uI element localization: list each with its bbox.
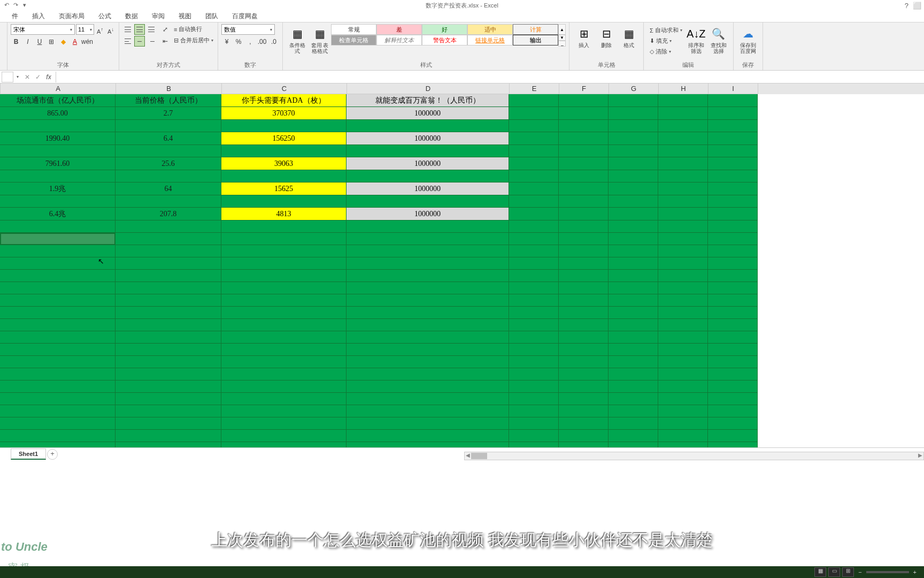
cell[interactable] bbox=[509, 356, 559, 368]
col-header-H[interactable]: H bbox=[659, 83, 709, 94]
cell[interactable] bbox=[346, 294, 509, 307]
cell[interactable] bbox=[509, 245, 559, 257]
cell[interactable] bbox=[559, 430, 609, 442]
align-top-button[interactable] bbox=[122, 24, 133, 35]
phonetic-button[interactable]: wén bbox=[81, 36, 92, 47]
cell[interactable] bbox=[609, 94, 658, 107]
cell[interactable] bbox=[346, 270, 509, 282]
cell[interactable]: 2.7 bbox=[116, 107, 221, 120]
percent-button[interactable]: % bbox=[233, 36, 244, 47]
cell[interactable] bbox=[708, 381, 758, 393]
cell[interactable] bbox=[221, 331, 346, 344]
orientation-button[interactable]: ⤢ bbox=[160, 24, 171, 35]
cell[interactable]: 1000000 bbox=[346, 208, 509, 220]
cell[interactable]: 1990.40 bbox=[0, 132, 116, 145]
cell[interactable] bbox=[221, 430, 346, 442]
horizontal-scrollbar[interactable]: ◀ ▶ bbox=[464, 452, 924, 460]
table-format-button[interactable]: ▦ 套用 表格格式 bbox=[309, 24, 331, 55]
cell[interactable] bbox=[559, 405, 609, 417]
cell[interactable] bbox=[0, 417, 116, 430]
cell[interactable] bbox=[658, 170, 708, 182]
cell[interactable] bbox=[559, 282, 609, 294]
cell[interactable] bbox=[346, 195, 509, 208]
cell[interactable]: 6.4兆 bbox=[0, 208, 116, 220]
cell[interactable] bbox=[559, 270, 609, 282]
cell[interactable] bbox=[509, 233, 559, 245]
cell[interactable] bbox=[708, 145, 758, 157]
cell[interactable] bbox=[658, 331, 708, 344]
cell[interactable] bbox=[609, 282, 658, 294]
cell[interactable] bbox=[609, 107, 658, 120]
cell[interactable] bbox=[509, 170, 559, 182]
cell[interactable] bbox=[658, 245, 708, 257]
cell[interactable] bbox=[658, 356, 708, 368]
cell[interactable] bbox=[346, 393, 509, 405]
cell[interactable] bbox=[708, 430, 758, 442]
cell[interactable] bbox=[708, 356, 758, 368]
cell[interactable] bbox=[658, 208, 708, 220]
cell[interactable] bbox=[559, 381, 609, 393]
cell[interactable] bbox=[346, 405, 509, 417]
cell[interactable] bbox=[559, 331, 609, 344]
cell[interactable] bbox=[116, 368, 221, 381]
cell[interactable] bbox=[221, 417, 346, 430]
cell[interactable] bbox=[221, 393, 346, 405]
cell[interactable] bbox=[708, 294, 758, 307]
format-cells-button[interactable]: ▦ 格式 bbox=[618, 24, 640, 49]
cell[interactable] bbox=[221, 233, 346, 245]
cell[interactable] bbox=[708, 331, 758, 344]
name-box[interactable] bbox=[2, 72, 13, 82]
cell[interactable] bbox=[559, 257, 609, 270]
cell[interactable] bbox=[346, 331, 509, 344]
cell[interactable] bbox=[658, 307, 708, 319]
cell[interactable]: 1000000 bbox=[346, 182, 509, 195]
tab-insert[interactable]: 插入 bbox=[26, 11, 51, 22]
cell[interactable] bbox=[116, 430, 221, 442]
style-up-button[interactable]: ▲ bbox=[558, 24, 566, 35]
cell[interactable] bbox=[0, 170, 116, 182]
style-calc[interactable]: 计算 bbox=[513, 24, 558, 35]
cell[interactable]: 场流通市值（亿人民币） bbox=[0, 94, 116, 107]
cell[interactable] bbox=[509, 120, 559, 132]
cell[interactable] bbox=[559, 208, 609, 220]
cell[interactable] bbox=[609, 170, 658, 182]
cell[interactable] bbox=[221, 195, 346, 208]
cell[interactable] bbox=[509, 368, 559, 381]
cell[interactable]: 1000000 bbox=[346, 132, 509, 145]
fx-button[interactable]: fx bbox=[44, 73, 53, 81]
cell[interactable]: 当前价格（人民币） bbox=[116, 94, 221, 107]
tab-file[interactable]: 件 bbox=[5, 11, 25, 22]
cell[interactable] bbox=[658, 417, 708, 430]
cell[interactable] bbox=[0, 393, 116, 405]
cell[interactable] bbox=[0, 405, 116, 417]
cell[interactable] bbox=[708, 182, 758, 195]
style-normal[interactable]: 常规 bbox=[331, 24, 376, 35]
col-header-A[interactable]: A bbox=[1, 83, 116, 94]
bold-button[interactable]: B bbox=[11, 36, 21, 47]
view-page-button[interactable]: ▭ bbox=[828, 567, 840, 577]
cell[interactable] bbox=[658, 282, 708, 294]
cell[interactable] bbox=[559, 170, 609, 182]
cell[interactable] bbox=[116, 220, 221, 233]
cell[interactable] bbox=[0, 381, 116, 393]
cell[interactable] bbox=[0, 120, 116, 132]
cell[interactable] bbox=[509, 381, 559, 393]
save-baidu-button[interactable]: ☁ 保存到 百度网 bbox=[737, 24, 759, 55]
cell[interactable] bbox=[708, 195, 758, 208]
cell[interactable] bbox=[559, 294, 609, 307]
cell[interactable] bbox=[708, 307, 758, 319]
cell[interactable] bbox=[346, 319, 509, 331]
cell[interactable] bbox=[221, 257, 346, 270]
cell[interactable] bbox=[708, 245, 758, 257]
cell[interactable] bbox=[116, 405, 221, 417]
cell[interactable] bbox=[221, 270, 346, 282]
cell[interactable] bbox=[708, 257, 758, 270]
cell[interactable] bbox=[346, 120, 509, 132]
cell[interactable] bbox=[559, 417, 609, 430]
cell[interactable] bbox=[509, 195, 559, 208]
cell[interactable]: 4813 bbox=[221, 208, 346, 220]
font-size-dropdown[interactable]: 11▾ bbox=[76, 24, 94, 35]
cell[interactable] bbox=[116, 319, 221, 331]
cell[interactable] bbox=[221, 307, 346, 319]
cell[interactable] bbox=[708, 94, 758, 107]
